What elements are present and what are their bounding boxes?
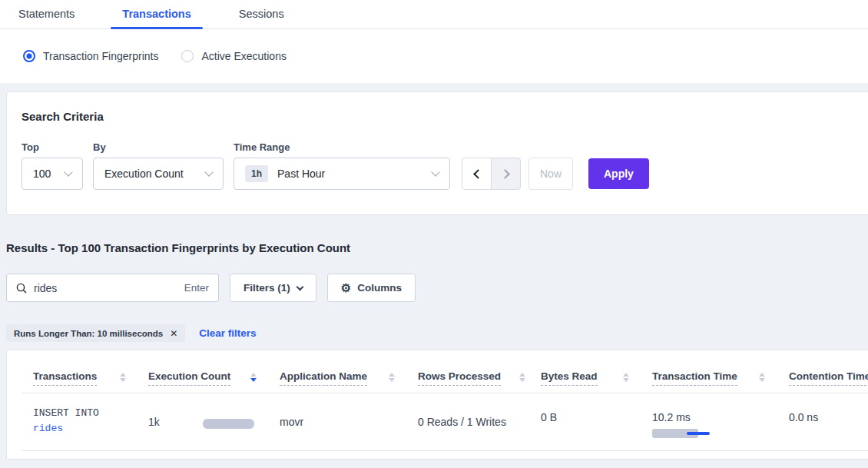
sort-icon-transactions[interactable] bbox=[120, 373, 126, 382]
results-title: Results - Top 100 Transaction Fingerprin… bbox=[6, 241, 868, 254]
search-input[interactable] bbox=[34, 282, 180, 294]
header-divider bbox=[22, 393, 868, 393]
filter-pill-label: Runs Longer Than: 10 milliseconds bbox=[14, 329, 163, 338]
tab-sessions[interactable]: Sessions bbox=[227, 0, 296, 28]
execution-count-bar bbox=[203, 419, 254, 429]
sort-icon-execution-count-active-desc[interactable] bbox=[250, 373, 257, 382]
search-criteria-title: Search Criteria bbox=[22, 110, 868, 123]
column-header-contention-time[interactable]: Contention Time bbox=[789, 370, 868, 386]
now-button-label: Now bbox=[540, 168, 562, 180]
fingerprint-search-box[interactable]: Enter bbox=[6, 274, 219, 302]
transaction-sql-text: INSERT INTO bbox=[33, 406, 99, 421]
transaction-time-value: 10.2 ms bbox=[652, 411, 691, 423]
time-range-badge: 1h bbox=[245, 165, 268, 182]
columns-button-label: Columns bbox=[357, 282, 402, 294]
chevron-down-icon bbox=[296, 283, 303, 290]
chevron-down-icon bbox=[64, 168, 72, 176]
contention-time-value: 0.0 ns bbox=[789, 411, 818, 423]
by-select-value: Execution Count bbox=[104, 168, 184, 180]
top-label: Top bbox=[22, 141, 83, 153]
filters-button-label: Filters (1) bbox=[244, 282, 290, 294]
execution-count-value: 1k bbox=[148, 416, 160, 428]
close-icon[interactable]: ✕ bbox=[170, 328, 177, 339]
filters-button[interactable]: Filters (1) bbox=[230, 274, 316, 302]
apply-button[interactable]: Apply bbox=[588, 158, 649, 189]
transaction-time-bar-marker bbox=[687, 432, 710, 435]
view-mode-radio-group: Transaction Fingerprints Active Executio… bbox=[0, 29, 868, 83]
radio-transaction-fingerprints[interactable]: Transaction Fingerprints bbox=[23, 50, 158, 62]
clear-filters-link[interactable]: Clear filters bbox=[199, 327, 256, 339]
tab-statements-label: Statements bbox=[18, 8, 75, 20]
sort-icon-bytes-read[interactable] bbox=[623, 373, 629, 382]
row-divider bbox=[22, 450, 868, 451]
tab-sessions-label: Sessions bbox=[239, 8, 284, 20]
chevron-right-icon bbox=[500, 169, 510, 179]
transaction-fingerprint-link[interactable]: rides bbox=[33, 421, 99, 436]
tab-transactions-label: Transactions bbox=[122, 8, 190, 20]
results-table: Transactions Execution Count Application… bbox=[6, 350, 868, 460]
columns-button[interactable]: ⚙ Columns bbox=[327, 274, 416, 302]
time-range-select[interactable]: 1h Past Hour bbox=[234, 158, 450, 190]
next-range-button[interactable] bbox=[491, 158, 521, 190]
time-range-label: Time Range bbox=[234, 141, 450, 153]
bytes-read-value: 0 B bbox=[541, 411, 557, 423]
time-range-steppers bbox=[462, 158, 521, 190]
rows-processed-value: 0 Reads / 1 Writes bbox=[418, 416, 506, 428]
search-enter-label[interactable]: Enter bbox=[184, 282, 209, 294]
column-header-transaction-time[interactable]: Transaction Time bbox=[652, 370, 737, 386]
column-header-bytes-read[interactable]: Bytes Read bbox=[541, 370, 598, 386]
radio-selected-icon[interactable] bbox=[23, 50, 35, 62]
gear-icon: ⚙ bbox=[341, 282, 351, 294]
radio-unselected-icon[interactable] bbox=[181, 50, 194, 62]
active-tab-underline bbox=[111, 27, 202, 29]
filter-pill-runs-longer-than: Runs Longer Than: 10 milliseconds ✕ bbox=[6, 324, 185, 342]
now-button[interactable]: Now bbox=[528, 158, 573, 190]
column-header-application-name[interactable]: Application Name bbox=[280, 370, 367, 386]
application-name-value: movr bbox=[280, 416, 303, 428]
radio-active-executions[interactable]: Active Executions bbox=[181, 50, 287, 62]
column-header-transactions[interactable]: Transactions bbox=[33, 370, 97, 386]
by-label: By bbox=[93, 141, 224, 153]
page-tabs: Statements Transactions Sessions bbox=[0, 0, 868, 29]
chevron-down-icon bbox=[204, 168, 213, 176]
search-criteria-card: Search Criteria Top 100 By Execution Cou… bbox=[6, 91, 868, 215]
radio-active-executions-label: Active Executions bbox=[201, 50, 287, 62]
sort-icon-application-name[interactable] bbox=[389, 373, 395, 382]
apply-button-label: Apply bbox=[604, 168, 634, 180]
time-range-value: Past Hour bbox=[277, 168, 325, 180]
tab-transactions[interactable]: Transactions bbox=[111, 0, 202, 28]
column-header-execution-count[interactable]: Execution Count bbox=[148, 370, 230, 386]
top-select[interactable]: 100 bbox=[22, 158, 83, 190]
transaction-fingerprint-cell: INSERT INTO rides bbox=[33, 406, 99, 436]
chevron-down-icon bbox=[431, 168, 439, 176]
search-icon bbox=[16, 283, 27, 294]
active-filters-row: Runs Longer Than: 10 milliseconds ✕ Clea… bbox=[6, 324, 868, 342]
chevron-left-icon bbox=[473, 169, 483, 179]
sort-icon-transaction-time[interactable] bbox=[759, 373, 765, 382]
results-controls: Enter Filters (1) ⚙ Columns bbox=[6, 274, 868, 302]
previous-range-button[interactable] bbox=[462, 158, 492, 190]
column-header-rows-processed[interactable]: Rows Processed bbox=[418, 370, 501, 386]
tab-statements[interactable]: Statements bbox=[7, 0, 86, 28]
radio-transaction-fingerprints-label: Transaction Fingerprints bbox=[43, 50, 158, 62]
top-select-value: 100 bbox=[33, 168, 51, 180]
by-select[interactable]: Execution Count bbox=[93, 158, 224, 190]
sort-icon-rows-processed[interactable] bbox=[519, 373, 525, 382]
